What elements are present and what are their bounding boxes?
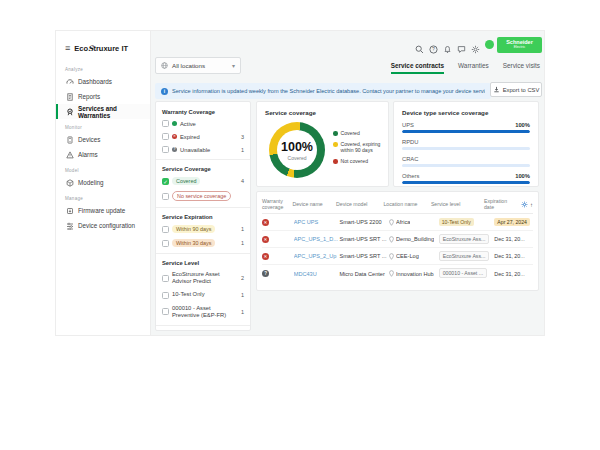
expiration-date-cell: Dec 31, 20...	[494, 253, 525, 259]
settings-icon[interactable]	[471, 40, 480, 49]
info-icon: i	[161, 88, 168, 95]
progress-bar	[402, 164, 530, 167]
sidebar-item-services-and-warranties[interactable]: Services and Warranties	[56, 104, 150, 119]
menu-icon[interactable]: ≡	[65, 44, 70, 53]
filter-option-label: 10-Test Only	[172, 291, 205, 298]
download-icon	[493, 86, 500, 93]
sidebar-item-label: Reports	[78, 93, 100, 100]
location-filter-value: All locations	[172, 62, 205, 69]
checkbox[interactable]	[162, 292, 169, 299]
table-header-icons: ↑	[521, 201, 533, 208]
device-name-link[interactable]: APC_UPS_2_Up	[294, 253, 340, 259]
divider	[156, 253, 250, 254]
topbar-icons: ?	[415, 40, 494, 49]
filter-option-label: Expired	[180, 134, 200, 140]
sidebar-item-device-configuration[interactable]: Device configuration	[56, 218, 150, 233]
checkbox[interactable]	[162, 146, 169, 153]
filter-option-no-service-coverage[interactable]: No service coverage	[162, 191, 244, 201]
sidebar-item-label: Services and Warranties	[78, 105, 144, 119]
filter-option-asset-preventive[interactable]: 000010 - Asset Preventive (E&P-FR) 1	[162, 305, 244, 319]
user-avatar[interactable]	[485, 40, 494, 49]
device-type-label: Others	[402, 173, 419, 179]
devices-table: Warranty coverage Device name Device mod…	[256, 191, 539, 291]
col-device-model[interactable]: Device model	[336, 202, 383, 208]
checkbox[interactable]	[162, 120, 169, 127]
filter-option-asset-advisor-predict[interactable]: EcoStruxure Asset Advisor Predict 2	[162, 271, 244, 285]
chevron-down-icon: ▾	[232, 62, 235, 69]
filter-option-10-test-only[interactable]: 10-Test Only 1	[162, 291, 244, 298]
table-row[interactable]: ? MDC43U Micro Data Center Innovation Hu…	[262, 265, 533, 282]
checkbox[interactable]	[162, 193, 169, 200]
legend-label: Covered	[341, 130, 360, 136]
col-warranty-coverage[interactable]: Warranty coverage	[262, 199, 292, 211]
active-status-icon	[172, 121, 177, 126]
device-type-label: CRAC	[402, 156, 418, 162]
filter-option-label: Active	[180, 121, 196, 127]
column-settings-icon[interactable]	[521, 201, 528, 208]
no-service-coverage-chip: No service coverage	[172, 191, 231, 201]
notifications-icon[interactable]	[443, 40, 452, 49]
filter-option-within-30-days[interactable]: Within 30 days 1	[162, 239, 244, 247]
device-name-link[interactable]: APC UPS	[294, 219, 340, 225]
sidebar-item-alarms[interactable]: Alarms	[56, 147, 150, 162]
col-expiration-date[interactable]: Expiration date	[484, 199, 521, 211]
location-cell: Demo_Building	[389, 236, 439, 243]
filter-option-label: EcoStruxure Asset Advisor Predict	[172, 271, 238, 285]
col-device-name[interactable]: Device name	[292, 202, 336, 208]
table-header: Warranty coverage Device name Device mod…	[262, 196, 533, 214]
expiration-date-cell: Dec 31, 20...	[494, 236, 525, 242]
checkbox[interactable]	[162, 308, 169, 315]
service-coverage-donut-chart: 100% Covered	[269, 122, 325, 178]
table-row[interactable]: ✕ APC_UPS_1_D... Smart-UPS SRT ... Demo_…	[262, 231, 533, 248]
filter-option-label: 000010 - Asset Preventive (E&P-FR)	[172, 305, 238, 319]
filter-option-covered[interactable]: ✓ Covered 4	[162, 177, 244, 185]
filter-option-active[interactable]: Active	[162, 120, 244, 127]
export-to-csv-button[interactable]: Export to CSV	[490, 82, 542, 97]
device-type-row-others: Others 100%	[402, 173, 530, 184]
checkbox[interactable]	[162, 240, 169, 247]
checkbox-checked[interactable]: ✓	[162, 178, 169, 185]
progress-bar	[402, 181, 530, 184]
coverage-percent: 100%	[281, 140, 313, 154]
sidebar-item-firmware-update[interactable]: Firmware update	[56, 203, 150, 218]
device-type-coverage-title: Device type service coverage	[402, 109, 530, 116]
sidebar-item-devices[interactable]: Devices	[56, 132, 150, 147]
tab-warranties[interactable]: Warranties	[458, 62, 489, 74]
legend-dot-not-covered	[333, 159, 338, 164]
location-filter-select[interactable]: All locations ▾	[155, 57, 241, 74]
service-level-chip: EcoStruxure Ass...	[439, 251, 490, 261]
device-type-row-ups: UPS 100%	[402, 122, 530, 133]
device-name-link[interactable]: MDC43U	[294, 271, 340, 277]
filter-option-expired[interactable]: ✕ Expired 3	[162, 133, 244, 140]
legend-item-expiring: Covered, expiring within 90 days	[333, 141, 388, 153]
filter-option-unavailable[interactable]: ? Unavailable 1	[162, 146, 244, 153]
checkbox[interactable]	[162, 226, 169, 233]
search-icon[interactable]	[415, 40, 424, 49]
device-name-link[interactable]: APC_UPS_1_D...	[294, 236, 340, 242]
sort-ascending-icon[interactable]: ↑	[530, 202, 533, 208]
col-service-level[interactable]: Service level	[431, 202, 484, 208]
table-row[interactable]: ✕ APC_UPS_2_Up Smart-UPS SRT ... CEE-Log…	[262, 248, 533, 265]
checkbox[interactable]	[162, 133, 169, 140]
help-icon[interactable]: ?	[429, 40, 438, 49]
filter-option-within-90-days[interactable]: Within 90 days 1	[162, 225, 244, 233]
sidebar-item-reports[interactable]: Reports	[56, 89, 150, 104]
tab-service-contracts[interactable]: Service contracts	[391, 62, 444, 74]
location-name: Innovation Hub	[396, 271, 434, 277]
tab-bar: Service contracts Warranties Service vis…	[391, 62, 540, 74]
feedback-icon[interactable]	[457, 40, 466, 49]
divider	[156, 207, 250, 208]
checkbox[interactable]	[162, 275, 169, 282]
sidebar-item-modeling[interactable]: Modeling	[56, 175, 150, 190]
service-level-chip: 000010 - Asset ...	[439, 268, 487, 278]
col-location-name[interactable]: Location name	[383, 202, 430, 208]
donut-center: 100% Covered	[269, 122, 325, 178]
table-row[interactable]: ✕ APC UPS Smart-UPS 2200 Africa 10-Test …	[262, 214, 533, 231]
coverage-percent-label: Covered	[288, 155, 307, 161]
tab-service-visits[interactable]: Service visits	[503, 62, 540, 74]
firmware-update-icon	[66, 207, 74, 215]
donut-legend: Covered Covered, expiring within 90 days…	[333, 130, 388, 169]
sidebar-item-dashboards[interactable]: Dashboards	[56, 74, 150, 89]
location-pin-icon	[389, 219, 394, 226]
device-model-cell: Micro Data Center	[339, 271, 389, 277]
